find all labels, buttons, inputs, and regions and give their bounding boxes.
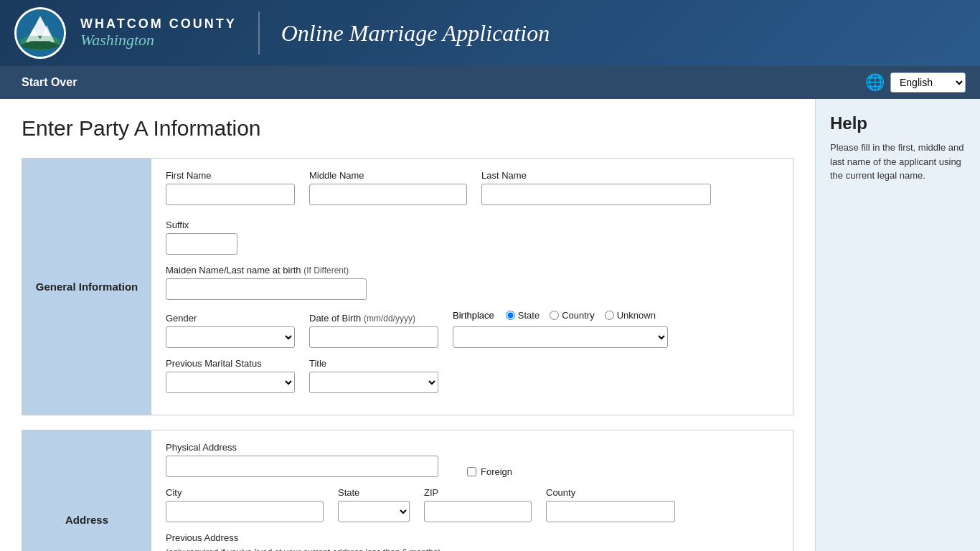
address-label: Address bbox=[22, 430, 151, 551]
county-group: County bbox=[546, 487, 675, 522]
foreign-checkbox-group: Foreign bbox=[467, 466, 512, 477]
prev-address-group: Previous Address (only required if you'v… bbox=[166, 532, 440, 551]
last-name-label: Last Name bbox=[481, 170, 711, 181]
prev-marital-select[interactable]: Single Divorced Widowed bbox=[166, 372, 295, 393]
birthplace-select[interactable]: Washington California Oregon bbox=[453, 326, 668, 348]
dob-group: Date of Birth (mm/dd/yyyy) bbox=[309, 313, 438, 348]
birthplace-country-radio[interactable] bbox=[550, 311, 559, 320]
birthplace-state-radio[interactable] bbox=[506, 311, 515, 320]
page-header: WHATCOM COUNTY Washington Online Marriag… bbox=[0, 0, 980, 66]
general-info-section: General Information First Name Middle Na… bbox=[22, 158, 793, 415]
marital-title-row: Previous Marital Status Single Divorced … bbox=[166, 358, 778, 393]
middle-name-input[interactable] bbox=[309, 184, 467, 205]
main-container: Enter Party A Information General Inform… bbox=[0, 99, 980, 551]
navbar: Start Over 🌐 English Spanish French bbox=[0, 66, 980, 99]
help-text: Please fill in the first, middle and las… bbox=[830, 141, 966, 183]
birthplace-radio-group: State Country Unknown bbox=[506, 310, 656, 321]
page-title: Enter Party A Information bbox=[22, 116, 793, 141]
maiden-name-group: Maiden Name/Last name at birth (If Diffe… bbox=[166, 265, 367, 300]
county-label: County bbox=[546, 487, 675, 498]
birthplace-unknown-radio-label[interactable]: Unknown bbox=[605, 310, 656, 321]
gender-dob-birthplace-row: Gender Male Female Non-binary Date of Bi… bbox=[166, 310, 778, 348]
state-name-text: Washington bbox=[80, 31, 154, 49]
app-title: Online Marriage Application bbox=[281, 20, 550, 47]
physical-address-input[interactable] bbox=[166, 456, 438, 477]
state-select[interactable]: WA CA OR bbox=[338, 501, 410, 522]
title-select[interactable]: Mr. Mrs. Ms. Dr. bbox=[309, 372, 438, 393]
name-row: First Name Middle Name Last Name Suffix bbox=[166, 170, 778, 255]
globe-icon: 🌐 bbox=[865, 73, 885, 92]
form-area: Enter Party A Information General Inform… bbox=[0, 99, 815, 551]
language-selector-group: 🌐 English Spanish French bbox=[865, 72, 966, 93]
maiden-name-label: Maiden Name/Last name at birth (If Diffe… bbox=[166, 265, 367, 276]
city-label: City bbox=[166, 487, 324, 498]
zip-label: ZIP bbox=[424, 487, 532, 498]
gender-label: Gender bbox=[166, 313, 295, 324]
title-label: Title bbox=[309, 358, 438, 369]
maiden-name-row: Maiden Name/Last name at birth (If Diffe… bbox=[166, 265, 778, 300]
last-name-input[interactable] bbox=[481, 184, 711, 205]
svg-point-6 bbox=[22, 42, 58, 50]
suffix-input[interactable] bbox=[166, 233, 237, 255]
prev-address-note: (only required if you've lived at your c… bbox=[166, 547, 440, 551]
gender-select[interactable]: Male Female Non-binary bbox=[166, 326, 295, 348]
city-input[interactable] bbox=[166, 501, 324, 522]
prev-marital-group: Previous Marital Status Single Divorced … bbox=[166, 358, 295, 393]
county-seal bbox=[14, 7, 66, 59]
state-group: State WA CA OR bbox=[338, 487, 410, 522]
title-group: Title Mr. Mrs. Ms. Dr. bbox=[309, 358, 438, 393]
state-label: State bbox=[338, 487, 410, 498]
prev-address-label: Previous Address bbox=[166, 532, 440, 543]
general-info-content: First Name Middle Name Last Name Suffix bbox=[151, 159, 793, 415]
first-name-group: First Name bbox=[166, 170, 295, 205]
middle-name-group: Middle Name bbox=[309, 170, 467, 205]
city-group: City bbox=[166, 487, 324, 522]
help-sidebar: Help Please fill in the first, middle an… bbox=[815, 99, 980, 551]
middle-name-label: Middle Name bbox=[309, 170, 467, 181]
suffix-label: Suffix bbox=[166, 220, 237, 230]
suffix-group: Suffix bbox=[166, 220, 237, 255]
birthplace-unknown-radio[interactable] bbox=[605, 311, 614, 320]
language-select[interactable]: English Spanish French bbox=[890, 72, 966, 93]
header-divider bbox=[258, 11, 260, 55]
dob-label: Date of Birth (mm/dd/yyyy) bbox=[309, 313, 438, 324]
physical-address-group: Physical Address bbox=[166, 442, 438, 477]
foreign-label[interactable]: Foreign bbox=[481, 466, 512, 477]
first-name-label: First Name bbox=[166, 170, 295, 181]
start-over-button[interactable]: Start Over bbox=[14, 72, 84, 93]
birthplace-group: Birthplace State Country bbox=[453, 310, 668, 348]
birthplace-state-radio-label[interactable]: State bbox=[506, 310, 540, 321]
physical-address-label: Physical Address bbox=[166, 442, 438, 453]
birthplace-country-text: Country bbox=[562, 310, 595, 321]
county-name-text: WHATCOM COUNTY bbox=[80, 17, 237, 32]
address-content: Physical Address Foreign City S bbox=[151, 430, 793, 551]
city-state-zip-row: City State WA CA OR ZIP bbox=[166, 487, 778, 522]
dob-input[interactable] bbox=[309, 326, 438, 348]
zip-group: ZIP bbox=[424, 487, 532, 522]
address-section: Address Physical Address Foreign bbox=[22, 430, 793, 551]
birthplace-label: Birthplace bbox=[453, 310, 494, 321]
zip-input[interactable] bbox=[424, 501, 532, 522]
help-title: Help bbox=[830, 113, 966, 133]
last-name-group: Last Name bbox=[481, 170, 711, 205]
prev-address-top-row: Previous Address (only required if you'v… bbox=[166, 532, 778, 551]
gender-group: Gender Male Female Non-binary bbox=[166, 313, 295, 348]
birthplace-label-row: Birthplace State Country bbox=[453, 310, 668, 321]
maiden-name-input[interactable] bbox=[166, 278, 367, 300]
general-info-label: General Information bbox=[22, 159, 151, 415]
birthplace-state-text: State bbox=[518, 310, 540, 321]
county-input[interactable] bbox=[546, 501, 675, 522]
prev-marital-label: Previous Marital Status bbox=[166, 358, 295, 369]
county-name-block: WHATCOM COUNTY Washington bbox=[80, 17, 237, 49]
physical-address-row: Physical Address Foreign bbox=[166, 442, 778, 477]
birthplace-country-radio-label[interactable]: Country bbox=[550, 310, 595, 321]
foreign-checkbox[interactable] bbox=[467, 467, 476, 476]
birthplace-unknown-text: Unknown bbox=[617, 310, 656, 321]
first-name-input[interactable] bbox=[166, 184, 295, 205]
